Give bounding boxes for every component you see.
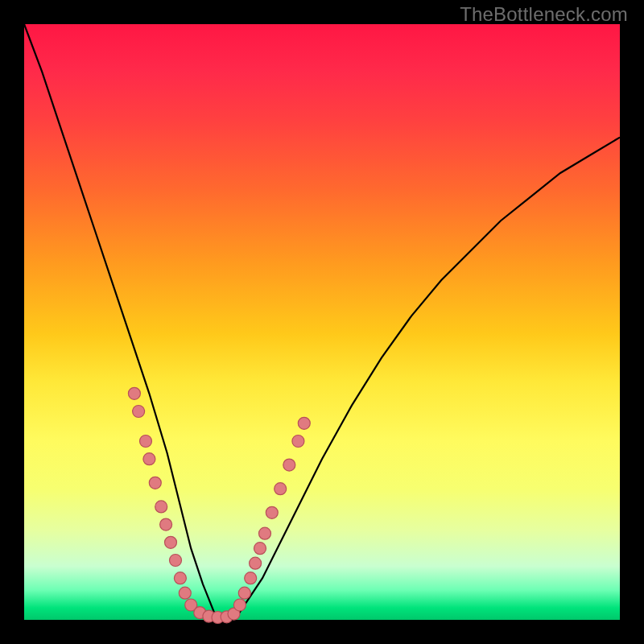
curve-marker — [292, 436, 304, 448]
curve-marker — [233, 599, 246, 611]
curve-marker — [165, 536, 177, 548]
curve-marker — [266, 506, 278, 518]
bottleneck-curve-path — [24, 24, 620, 620]
curve-markers-group — [128, 387, 310, 623]
curve-marker — [298, 417, 310, 429]
curve-marker — [254, 543, 266, 555]
chart-frame: TheBottleneck.com — [0, 0, 644, 644]
curve-marker — [283, 459, 295, 471]
curve-marker — [170, 555, 182, 567]
curve-marker — [160, 518, 172, 530]
curve-marker — [149, 477, 161, 489]
curve-marker — [128, 387, 140, 399]
curve-marker — [143, 453, 155, 465]
curve-marker — [245, 572, 257, 584]
curve-marker — [174, 572, 186, 584]
curve-marker — [179, 587, 191, 599]
curve-marker — [259, 527, 271, 539]
curve-marker — [250, 557, 262, 569]
curve-marker — [133, 406, 145, 418]
chart-svg — [24, 24, 620, 620]
curve-marker — [238, 587, 250, 599]
watermark-text: TheBottleneck.com — [460, 3, 628, 26]
plot-area — [24, 24, 620, 620]
curve-marker — [140, 436, 152, 448]
curve-marker — [155, 501, 167, 513]
curve-marker — [275, 483, 287, 495]
